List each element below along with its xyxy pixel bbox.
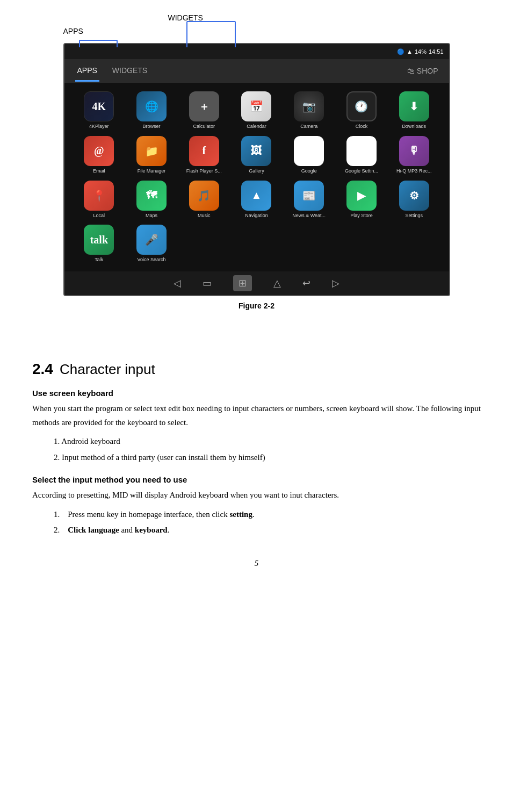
- app-item-local[interactable]: 📍Local: [75, 181, 124, 219]
- app-label-flashplayer: Flash Player S...: [186, 168, 222, 174]
- widgets-label: WIDGETS: [168, 13, 203, 22]
- app-label-4kplayer: 4KPlayer: [89, 124, 109, 130]
- nav-bar: ◁ ▭ ⊞ △ ↩ ▷: [64, 271, 449, 295]
- section-title: Character input: [60, 361, 155, 378]
- app-icon-google: G: [294, 136, 324, 166]
- app-icon-clock: 🕐: [346, 91, 377, 121]
- app-label-talk: Talk: [95, 257, 103, 263]
- app-item-downloads[interactable]: ⬇Downloads: [390, 91, 438, 130]
- app-icon-talk: talk: [84, 225, 114, 255]
- app-label-hiqmp3: Hi-Q MP3 Rec...: [396, 168, 432, 174]
- device-screenshot: 🔵 ▲ 14% 14:51 APPS WIDGETS 🛍 SHOP 4K4KPl…: [63, 43, 450, 296]
- app-icon-calendar: 📅: [241, 91, 271, 121]
- app-label-downloads: Downloads: [402, 124, 426, 130]
- app-item-settings[interactable]: ⚙Settings: [390, 181, 438, 219]
- battery-text: 14%: [415, 48, 427, 55]
- app-icon-voicesearch: 🎤: [136, 225, 167, 255]
- apps-label: APPS: [63, 27, 83, 35]
- app-label-music: Music: [198, 213, 211, 219]
- app-item-camera[interactable]: 📷Camera: [285, 91, 333, 130]
- app-icon-gallery: 🖼: [241, 136, 271, 166]
- back-btn[interactable]: ▭: [203, 277, 212, 289]
- section-header: 2.4 Character input: [32, 361, 481, 378]
- home-btn[interactable]: ⊞: [233, 275, 252, 291]
- app-label-newsweather: News & Weat...: [292, 213, 326, 219]
- app-label-googlesettings: Google Settin...: [345, 168, 378, 174]
- app-item-navigation[interactable]: ▲Navigation: [233, 181, 281, 219]
- app-item-browser[interactable]: 🌐Browser: [127, 91, 176, 130]
- figure-caption: Figure 2-2: [32, 301, 481, 310]
- subsection1-title: Use screen keyboard: [32, 389, 481, 398]
- app-item-newsweather[interactable]: 📰News & Weat...: [285, 181, 333, 219]
- app-label-clock: Clock: [356, 124, 368, 130]
- list2-item1: 1. Press menu key in homepage interface,…: [54, 508, 481, 522]
- app-label-camera: Camera: [300, 124, 317, 130]
- app-item-calendar[interactable]: 📅Calendar: [233, 91, 281, 130]
- time-text: 14:51: [429, 48, 444, 55]
- list2-item2: 2. Click language and keyboard.: [54, 523, 481, 537]
- app-label-local: Local: [93, 213, 105, 219]
- app-icon-browser: 🌐: [136, 91, 167, 121]
- app-item-maps[interactable]: 🗺Maps: [127, 181, 176, 219]
- tab-widgets[interactable]: WIDGETS: [110, 61, 149, 82]
- app-label-calendar: Calendar: [247, 124, 266, 130]
- app-item-talk[interactable]: talkTalk: [75, 225, 124, 263]
- app-icon-playstore: ▶: [346, 181, 377, 211]
- app-bar-tabs: APPS WIDGETS: [75, 61, 150, 82]
- apps-grid: 4K4KPlayer🌐Browser＋Calculator📅Calendar📷C…: [64, 83, 449, 271]
- tab-labels-area: APPS WIDGETS: [32, 11, 481, 48]
- return-btn[interactable]: ↩: [302, 277, 310, 289]
- tab-apps[interactable]: APPS: [75, 61, 99, 82]
- app-item-flashplayer[interactable]: fFlash Player S...: [180, 136, 228, 174]
- app-item-4kplayer[interactable]: 4K4KPlayer: [75, 91, 124, 130]
- app-label-calculator: Calculator: [193, 124, 215, 130]
- app-icon-settings: ⚙: [399, 181, 429, 211]
- app-label-navigation: Navigation: [245, 213, 268, 219]
- wifi-icon: ▲: [407, 48, 413, 55]
- subsection2-body: According to presetting, MID will displa…: [32, 488, 481, 502]
- app-label-google: Google: [301, 168, 317, 174]
- list1-item2: 2. Input method of a third party (user c…: [54, 451, 481, 465]
- app-item-google[interactable]: GGoogle: [285, 136, 333, 174]
- app-item-voicesearch[interactable]: 🎤Voice Search: [127, 225, 176, 263]
- app-item-hiqmp3[interactable]: 🎙Hi-Q MP3 Rec...: [390, 136, 438, 174]
- subsection2-title: Select the input method you need to use: [32, 475, 481, 484]
- app-icon-hiqmp3: 🎙: [399, 136, 429, 166]
- app-item-filemanager[interactable]: 📁File Manager: [127, 136, 176, 174]
- app-icon-flashplayer: f: [189, 136, 219, 166]
- app-icon-navigation: ▲: [241, 181, 271, 211]
- app-item-gallery[interactable]: 🖼Gallery: [233, 136, 281, 174]
- shop-icon: 🛍: [407, 67, 415, 75]
- volume-up-btn[interactable]: ▷: [332, 277, 339, 289]
- recents-btn[interactable]: △: [273, 277, 281, 289]
- app-item-email[interactable]: @Email: [75, 136, 124, 174]
- app-label-browser: Browser: [143, 124, 161, 130]
- section-number: 2.4: [32, 361, 53, 378]
- subsection1-body: When you start the program or select tex…: [32, 402, 481, 429]
- app-item-playstore[interactable]: ▶Play Store: [337, 181, 386, 219]
- app-icon-music: 🎵: [189, 181, 219, 211]
- shop-button[interactable]: 🛍 SHOP: [407, 67, 438, 75]
- app-icon-downloads: ⬇: [399, 91, 429, 121]
- app-item-music[interactable]: 🎵Music: [180, 181, 228, 219]
- app-item-calculator[interactable]: ＋Calculator: [180, 91, 228, 130]
- status-icons: 🔵 ▲ 14% 14:51: [397, 48, 443, 55]
- app-icon-email: @: [84, 136, 114, 166]
- app-label-playstore: Play Store: [350, 213, 373, 219]
- volume-down-btn[interactable]: ◁: [174, 277, 181, 289]
- list1-item1: 1. Android keyboard: [54, 435, 481, 449]
- app-label-maps: Maps: [146, 213, 157, 219]
- app-bar: APPS WIDGETS 🛍 SHOP: [64, 59, 449, 83]
- page-number: 5: [32, 559, 481, 568]
- app-icon-newsweather: 📰: [294, 181, 324, 211]
- app-icon-googlesettings: G⚙: [346, 136, 377, 166]
- app-label-filemanager: File Manager: [138, 168, 166, 174]
- app-item-clock[interactable]: 🕐Clock: [337, 91, 386, 130]
- app-icon-local: 📍: [84, 181, 114, 211]
- app-icon-maps: 🗺: [136, 181, 167, 211]
- app-icon-4kplayer: 4K: [84, 91, 114, 121]
- bluetooth-icon: 🔵: [397, 48, 404, 55]
- app-label-voicesearch: Voice Search: [138, 257, 166, 263]
- app-item-googlesettings[interactable]: G⚙Google Settin...: [337, 136, 386, 174]
- app-icon-calculator: ＋: [189, 91, 219, 121]
